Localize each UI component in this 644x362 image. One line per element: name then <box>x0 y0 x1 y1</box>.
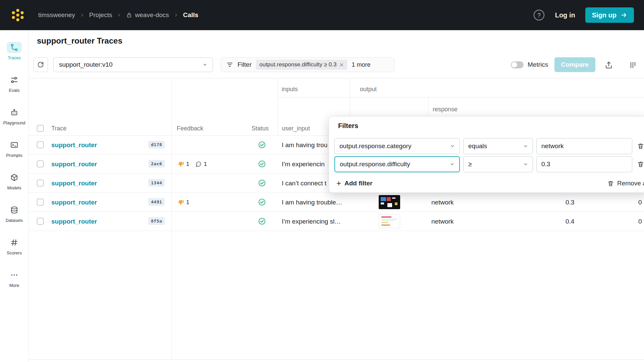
signup-button[interactable]: Sign up <box>585 7 634 23</box>
sidebar-item-scorers[interactable]: Scorers <box>0 230 29 262</box>
chevron-down-icon <box>523 162 528 167</box>
group-divider <box>278 78 278 135</box>
login-button[interactable]: Log in <box>555 11 575 19</box>
trace-link[interactable]: support_router <box>51 193 97 212</box>
delete-filter-button[interactable] <box>637 161 644 168</box>
feedback-cell: 1 1 <box>178 155 207 174</box>
table-row[interactable]: support_router 8f5a I’m experiencing sl…… <box>29 212 644 231</box>
group-underline <box>278 97 350 98</box>
select-all-checkbox[interactable] <box>37 125 44 132</box>
column-header-trace[interactable]: Trace <box>51 121 66 135</box>
wandb-logo-icon[interactable] <box>10 7 25 23</box>
filter-chip[interactable]: output.response.difficulty ≥ 0.3 <box>256 60 347 70</box>
output-image-thumbnail[interactable] <box>379 195 400 209</box>
help-icon[interactable]: ? <box>533 9 545 21</box>
trash-icon <box>607 180 614 187</box>
filter-bar[interactable]: Filter output.response.difficulty ≥ 0.3 … <box>221 57 394 72</box>
sidebar-item-datasets[interactable]: Datasets <box>0 197 29 230</box>
difficulty-cell: 0.3 <box>566 193 574 212</box>
filter-operator-select[interactable]: equals <box>463 138 533 154</box>
sidebar-item-label: Prompts <box>6 153 22 158</box>
trace-link[interactable]: support_router <box>51 135 97 155</box>
metrics-label: Metrics <box>528 57 548 72</box>
column-header-feedback[interactable]: Feedback <box>177 121 203 135</box>
comment-feedback[interactable]: 1 <box>195 161 207 168</box>
sidebar-item-prompts[interactable]: Prompts <box>0 132 29 165</box>
sidebar-item-models[interactable]: Models <box>0 165 29 197</box>
filter-field-select[interactable]: output.response.difficulty <box>334 156 460 172</box>
table-row[interactable]: support_router 4491 1 I am having troubl… <box>29 193 644 212</box>
next-value-cell: 0 <box>638 193 642 212</box>
chevron-down-icon <box>203 62 207 67</box>
status-success-icon <box>258 179 266 187</box>
row-checkbox[interactable] <box>37 180 44 186</box>
export-icon <box>605 61 613 69</box>
trace-link[interactable]: support_router <box>51 174 97 193</box>
user-input-cell: I can’t connect t <box>282 174 326 193</box>
filter-operator-select[interactable]: ≥ <box>463 156 533 172</box>
row-checkbox[interactable] <box>37 141 44 148</box>
sidebar: Traces Evals Playground Prompts Models D… <box>0 30 29 362</box>
plus-icon: + <box>336 180 341 187</box>
trace-link[interactable]: support_router <box>51 155 97 174</box>
sidebar-item-label: Scorers <box>7 250 22 255</box>
refresh-button[interactable] <box>33 57 48 72</box>
row-checkbox[interactable] <box>37 199 44 205</box>
datasets-icon <box>7 204 22 216</box>
row-checkbox[interactable] <box>37 161 44 167</box>
sidebar-item-traces[interactable]: Traces <box>0 35 29 67</box>
thumbs-down-feedback[interactable]: 1 <box>178 199 189 206</box>
close-icon[interactable] <box>339 63 344 67</box>
column-header-user-input[interactable]: user_input <box>282 121 310 135</box>
comment-icon <box>195 161 202 167</box>
filter-icon <box>226 61 233 68</box>
breadcrumb-user[interactable]: timssweeney <box>38 11 75 19</box>
filter-value-input[interactable]: 0.3 <box>536 156 632 172</box>
group-header-response: response <box>433 106 458 113</box>
breadcrumb-projects[interactable]: Projects <box>89 11 112 19</box>
trace-id-chip[interactable]: 2ac6 <box>148 160 165 168</box>
trace-id-chip[interactable]: 4491 <box>148 198 165 206</box>
breadcrumb-project[interactable]: weave-docs <box>126 11 169 19</box>
thumbs-down-feedback[interactable]: 1 <box>178 161 189 168</box>
add-filter-button[interactable]: + Add filter <box>336 180 372 187</box>
difficulty-cell: 0.4 <box>566 212 574 231</box>
trace-id-chip[interactable]: d178 <box>148 141 165 148</box>
trace-id-chip[interactable]: 8f5a <box>148 217 165 225</box>
user-input-cell: I am having trouble… <box>282 193 342 212</box>
delete-filter-button[interactable] <box>637 142 644 150</box>
remove-all-filters-button[interactable]: Remove all <box>607 180 644 187</box>
sidebar-item-label: Datasets <box>6 218 23 223</box>
metrics-toggle[interactable] <box>511 61 524 68</box>
signup-label: Sign up <box>592 11 616 19</box>
filter-field-select[interactable]: output.response.category <box>334 138 460 154</box>
feedback-cell: 1 <box>178 193 189 212</box>
sidebar-item-label: Evals <box>9 88 20 93</box>
sidebar-item-playground[interactable]: Playground <box>0 100 29 132</box>
filter-value-input[interactable]: network <box>536 138 632 154</box>
row-checkbox[interactable] <box>37 218 44 225</box>
traces-icon <box>7 42 22 53</box>
group-header-inputs: inputs <box>282 86 298 93</box>
sidebar-item-more[interactable]: More <box>0 262 29 295</box>
column-header-status[interactable]: Status <box>252 121 269 135</box>
export-button[interactable] <box>603 59 614 71</box>
breadcrumb-calls[interactable]: Calls <box>183 11 198 19</box>
filter-operator-value: ≥ <box>468 161 472 168</box>
more-dots-icon <box>7 269 22 281</box>
version-selector[interactable]: support_router:v10 <box>53 57 213 72</box>
filters-popup: Filters output.response.category equals … <box>329 116 644 193</box>
filter-more-label[interactable]: 1 more <box>352 61 370 68</box>
pinned-column-divider <box>171 78 172 359</box>
main-content: support_router Traces support_router:v10… <box>29 30 644 362</box>
sidebar-item-evals[interactable]: Evals <box>0 67 29 100</box>
compare-button[interactable]: Compare <box>554 57 595 72</box>
chevron-right-icon <box>80 13 85 17</box>
status-success-icon <box>258 141 266 148</box>
trace-link[interactable]: support_router <box>51 212 97 231</box>
filters-popup-title: Filters <box>338 122 358 130</box>
trace-id-chip[interactable]: 1344 <box>148 179 165 187</box>
refresh-icon <box>37 61 44 68</box>
output-image-thumbnail[interactable] <box>379 214 400 228</box>
manage-columns-button[interactable] <box>627 59 639 71</box>
